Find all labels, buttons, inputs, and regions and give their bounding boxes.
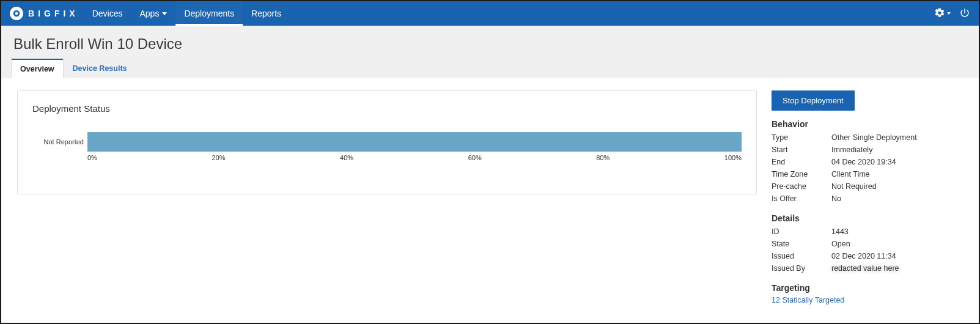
behavior-timezone-row: Time Zone Client Time	[772, 168, 961, 180]
tabs: Overview Device Results	[1, 59, 979, 78]
behavior-end-label: End	[772, 158, 831, 166]
details-section: Details ID 1443 State Open Issued 02 Dec…	[772, 213, 961, 274]
deployment-status-card: Deployment Status Not Reported 0% 20% 40…	[17, 90, 757, 194]
chart-bar-not-reported[interactable]	[87, 132, 742, 152]
stop-deployment-button[interactable]: Stop Deployment	[772, 90, 855, 111]
details-state-value: Open	[831, 240, 961, 248]
side-panel: Stop Deployment Behavior Type Other Sing…	[772, 90, 961, 304]
behavior-start-label: Start	[772, 145, 831, 154]
targeting-heading: Targeting	[772, 283, 961, 293]
targeting-link[interactable]: 12 Statically Targeted	[772, 296, 844, 304]
chart-track	[87, 132, 742, 152]
chevron-down-icon	[947, 12, 951, 15]
brand-logo-icon	[10, 7, 23, 20]
brand: BIGFIX	[10, 7, 79, 20]
details-heading: Details	[772, 213, 961, 223]
details-state-row: State Open	[772, 238, 961, 250]
targeting-section: Targeting 12 Statically Targeted	[772, 283, 961, 304]
nav-reports-label: Reports	[251, 9, 281, 18]
top-icons	[934, 7, 970, 20]
details-issued-row: Issued 02 Dec 2020 11:34	[772, 250, 961, 262]
details-id-value: 1443	[831, 227, 961, 236]
behavior-precache-value: Not Required	[831, 182, 961, 191]
tab-overview[interactable]: Overview	[11, 59, 64, 78]
power-icon	[959, 7, 970, 20]
tick-60: 60%	[468, 154, 482, 161]
chart-axis: 0% 20% 40% 60% 80% 100%	[87, 154, 742, 161]
main-nav: Devices Apps Deployments Reports	[84, 1, 290, 26]
content: Deployment Status Not Reported 0% 20% 40…	[1, 78, 979, 317]
tick-20: 20%	[212, 154, 225, 161]
details-issued-by-row: Issued By redacted value here	[772, 262, 961, 274]
page-title: Bulk Enroll Win 10 Device	[1, 26, 979, 59]
behavior-type-value: Other Single Deployment	[831, 133, 961, 142]
tick-0: 0%	[87, 154, 97, 161]
behavior-end-value: 04 Dec 2020 19:34	[831, 158, 961, 166]
details-issued-by-value: redacted value here	[831, 264, 961, 273]
behavior-end-row: End 04 Dec 2020 19:34	[772, 156, 961, 168]
nav-deployments-label: Deployments	[184, 9, 234, 18]
tick-40: 40%	[340, 154, 353, 161]
logout-button[interactable]	[959, 7, 970, 20]
page-header: Bulk Enroll Win 10 Device Overview Devic…	[1, 26, 979, 78]
gear-icon	[934, 7, 945, 20]
details-issued-by-label: Issued By	[772, 264, 831, 273]
svg-point-1	[15, 12, 18, 15]
behavior-precache-row: Pre-cache Not Required	[772, 180, 961, 193]
details-id-row: ID 1443	[772, 226, 961, 238]
tab-device-results-label: Device Results	[73, 64, 127, 73]
chevron-down-icon	[162, 12, 167, 15]
details-state-label: State	[772, 240, 831, 248]
behavior-heading: Behavior	[772, 119, 961, 129]
behavior-offer-label: Is Offer	[772, 194, 831, 203]
behavior-section: Behavior Type Other Single Deployment St…	[772, 119, 961, 205]
deployment-status-chart: Not Reported 0% 20% 40% 60% 80% 100%	[32, 132, 742, 161]
behavior-tz-value: Client Time	[831, 170, 961, 179]
behavior-start-row: Start Immediately	[772, 144, 961, 156]
nav-apps[interactable]: Apps	[131, 1, 175, 26]
behavior-offer-row: Is Offer No	[772, 193, 961, 205]
tab-overview-label: Overview	[20, 65, 54, 73]
card-title: Deployment Status	[32, 103, 742, 114]
tab-device-results[interactable]: Device Results	[64, 59, 136, 78]
tick-80: 80%	[596, 154, 610, 161]
details-issued-label: Issued	[772, 252, 831, 260]
nav-reports[interactable]: Reports	[243, 1, 290, 26]
behavior-offer-value: No	[831, 194, 961, 203]
brand-name: BIGFIX	[28, 9, 79, 18]
nav-devices-label: Devices	[92, 9, 123, 18]
nav-apps-label: Apps	[139, 9, 159, 18]
nav-deployments[interactable]: Deployments	[175, 1, 243, 26]
behavior-tz-label: Time Zone	[772, 170, 831, 179]
behavior-precache-label: Pre-cache	[772, 182, 831, 191]
settings-menu[interactable]	[934, 7, 951, 20]
tick-100: 100%	[724, 154, 742, 161]
details-id-label: ID	[772, 227, 831, 236]
nav-devices[interactable]: Devices	[84, 1, 131, 26]
chart-plot: 0% 20% 40% 60% 80% 100%	[87, 132, 742, 161]
behavior-start-value: Immediately	[831, 145, 961, 154]
behavior-type-row: Type Other Single Deployment	[772, 131, 961, 144]
chart-category-label: Not Reported	[32, 132, 84, 145]
top-nav: BIGFIX Devices Apps Deployments Reports	[1, 1, 979, 26]
behavior-type-label: Type	[772, 133, 831, 142]
details-issued-value: 02 Dec 2020 11:34	[831, 252, 961, 260]
